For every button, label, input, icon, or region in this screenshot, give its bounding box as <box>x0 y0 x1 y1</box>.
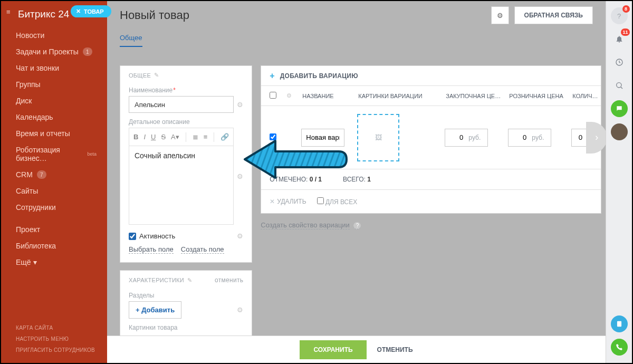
clock-icon[interactable] <box>611 54 628 71</box>
variation-table-header: ⚙ НАЗВАНИЕ КАРТИНКИ ВАРИАЦИИ ЗАКУПОЧНАЯ … <box>261 86 601 106</box>
characteristics-card: ХАРАКТЕРИСТИКИ ✎ отменить Разделы + Доба… <box>120 270 252 336</box>
rte-toolbar: B I U S A▾ ≣ ≡ 🔗 <box>129 128 234 146</box>
nav-item-disk[interactable]: Диск <box>1 93 107 109</box>
ol-icon[interactable]: ≣ <box>193 133 198 141</box>
gear-icon[interactable]: ⚙ <box>237 173 243 180</box>
gear-icon: ⚙ <box>497 12 503 20</box>
add-section-button[interactable]: + Добавить <box>129 301 181 319</box>
pencil-icon[interactable]: ✎ <box>187 277 192 284</box>
phone-icon[interactable] <box>611 339 628 356</box>
pill-label: ТОВАР <box>84 8 104 15</box>
page-title: Новый товар <box>120 8 189 22</box>
nav-item-tasks[interactable]: Задачи и Проекты1 <box>1 44 107 60</box>
font-icon[interactable]: A▾ <box>171 133 179 141</box>
nav-label: Сайты <box>16 187 38 195</box>
gear-icon[interactable]: ⚙ <box>237 232 243 240</box>
close-icon[interactable]: ✕ <box>76 8 81 15</box>
image-dropzone[interactable]: 🖼 <box>357 114 399 161</box>
app-icon[interactable] <box>611 315 628 332</box>
nav-item-groups[interactable]: Группы <box>1 76 107 92</box>
delete-label: УДАЛИТЬ <box>277 198 306 205</box>
col-img-label: КАРТИНКИ ВАРИАЦИИ <box>358 93 438 99</box>
nav-label: Чат и звонки <box>16 64 59 72</box>
next-arrow-button[interactable]: › <box>586 122 606 154</box>
tab-general[interactable]: Общее <box>120 30 142 47</box>
activity-checkbox[interactable] <box>129 233 136 240</box>
pencil-icon[interactable]: ✎ <box>154 72 159 79</box>
nav-item-chat[interactable]: Чат и звонки <box>1 60 107 76</box>
gear-icon[interactable]: ⚙ <box>286 92 295 99</box>
total-label: ВСЕГО: <box>343 176 366 183</box>
total-value: 1 <box>367 176 371 183</box>
retail-price-input[interactable] <box>509 133 529 141</box>
footer-bar: СОХРАНИТЬ ОТМЕНИТЬ <box>107 336 606 363</box>
svg-point-1 <box>616 83 621 88</box>
nav-label: Группы <box>16 80 41 89</box>
sections-label: Разделы <box>129 292 243 299</box>
nav-configure[interactable]: НАСТРОИТЬ МЕНЮ <box>16 333 107 344</box>
feedback-button[interactable]: ОБРАТНАЯ СВЯЗЬ <box>514 6 593 24</box>
help-icon[interactable]: ?8 <box>611 7 628 24</box>
user-avatar[interactable] <box>611 123 628 140</box>
add-variation-button[interactable]: + ДОБАВИТЬ ВАРИАЦИЮ <box>261 66 601 86</box>
image-icon: 🖼 <box>375 133 382 141</box>
nav-item-employees[interactable]: Сотрудники <box>1 199 107 215</box>
ul-icon[interactable]: ≡ <box>204 133 208 141</box>
bold-icon[interactable]: B <box>133 133 138 141</box>
nav-invite[interactable]: ПРИГЛАСИТЬ СОТРУДНИКОВ <box>16 344 107 356</box>
strike-icon[interactable]: S <box>161 133 166 141</box>
general-card: ОБЩЕЕ ✎ Наименование ⚙ Детальное описани… <box>120 65 252 263</box>
nav-label: Время и отчеты <box>16 129 70 138</box>
select-field-link[interactable]: Выбрать поле <box>129 245 174 254</box>
col-purchase-label: ЗАКУПОЧНАЯ ЦЕ… <box>446 93 502 99</box>
underline-icon[interactable]: U <box>151 133 156 141</box>
nav-label: Проект <box>16 225 40 234</box>
close-icon: ✕ <box>270 198 275 205</box>
desc-editor[interactable]: Сочный апельсин <box>129 146 234 225</box>
purchase-price-input[interactable] <box>445 133 465 141</box>
row-checkbox[interactable] <box>270 133 276 140</box>
select-all-checkbox[interactable] <box>270 92 276 99</box>
left-sidebar: ≡ Битрикс 24 Новости Задачи и Проекты1 Ч… <box>1 1 107 363</box>
name-input[interactable] <box>129 96 234 113</box>
settings-button[interactable]: ⚙ <box>491 6 509 24</box>
gear-icon[interactable]: ⚙ <box>237 101 243 109</box>
nav-count-badge: 1 <box>83 47 92 56</box>
nav-item-library[interactable]: Библиотека <box>1 238 107 254</box>
create-variation-property-link[interactable]: Создать свойство вариации <box>261 221 350 229</box>
cancel-link[interactable]: отменить <box>215 276 243 284</box>
col-name-label: НАЗВАНИЕ <box>302 93 351 99</box>
save-button[interactable]: СОХРАНИТЬ <box>300 340 366 359</box>
main-area: Новый товар ⚙ ОБРАТНАЯ СВЯЗЬ Общее ОБЩЕЕ… <box>107 1 606 363</box>
nav-item-news[interactable]: Новости <box>1 27 107 43</box>
currency-label: руб. <box>465 134 484 141</box>
nav-label: Роботизация бизнес… <box>16 146 87 162</box>
nav-item-project[interactable]: Проект <box>1 222 107 237</box>
nav-item-time[interactable]: Время и отчеты <box>1 126 107 141</box>
nav-label: Задачи и Проекты <box>16 47 79 56</box>
nav-label: Библиотека <box>16 242 56 250</box>
variation-name-input[interactable] <box>301 129 344 147</box>
nav-item-crm[interactable]: CRM7 <box>1 167 107 183</box>
bell-icon[interactable]: 11 <box>611 31 628 47</box>
italic-icon[interactable]: I <box>143 133 146 141</box>
product-tag-pill[interactable]: ✕ ТОВАР <box>71 5 111 17</box>
gear-icon[interactable]: ⚙ <box>237 306 243 314</box>
create-field-link[interactable]: Создать поле <box>181 245 224 254</box>
search-icon[interactable] <box>611 77 628 94</box>
for-all-checkbox[interactable] <box>317 197 324 204</box>
nav-sitemap[interactable]: КАРТА САЙТА <box>16 322 107 333</box>
currency-label: руб. <box>529 134 547 141</box>
link-icon[interactable]: 🔗 <box>220 133 229 141</box>
nav-item-more[interactable]: Ещё ▾ <box>1 254 107 270</box>
cancel-button[interactable]: ОТМЕНИТЬ <box>377 346 413 353</box>
nav-item-sites[interactable]: Сайты <box>1 183 107 199</box>
nav-label: Сотрудники <box>16 203 56 212</box>
nav-item-rpa[interactable]: Роботизация бизнес…beta <box>1 142 107 166</box>
selected-value: 0 / 1 <box>310 176 322 183</box>
help-icon[interactable]: ? <box>353 222 361 229</box>
chat-icon[interactable] <box>611 100 628 117</box>
delete-button[interactable]: ✕УДАЛИТЬ <box>270 198 306 205</box>
nav-item-calendar[interactable]: Календарь <box>1 109 107 125</box>
selected-label: ОТМЕЧЕНО: <box>270 176 308 183</box>
